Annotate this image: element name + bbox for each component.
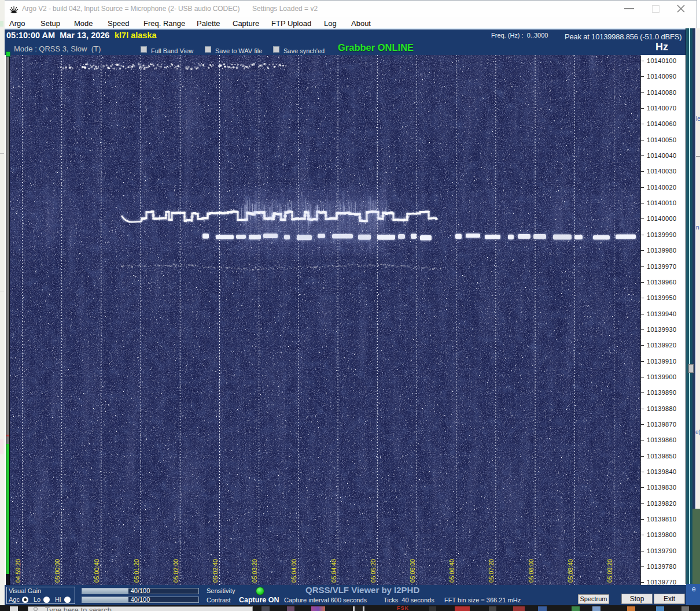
svg-text:05:01:20: 05:01:20	[133, 559, 140, 583]
svg-text:05:05:20: 05:05:20	[370, 559, 377, 583]
svg-text:05:09:20: 05:09:20	[606, 559, 613, 583]
svg-text:05:06:00: 05:06:00	[409, 559, 416, 583]
svg-text:05:07:20: 05:07:20	[488, 559, 495, 583]
svg-text:05:06:40: 05:06:40	[448, 559, 455, 583]
svg-text:05:00:40: 05:00:40	[93, 559, 100, 583]
svg-text:05:04:40: 05:04:40	[330, 559, 337, 583]
svg-text:04:59:20: 04:59:20	[14, 559, 21, 583]
svg-text:05:02:00: 05:02:00	[172, 559, 179, 583]
svg-text:05:08:40: 05:08:40	[567, 559, 574, 583]
svg-text:05:04:00: 05:04:00	[290, 559, 297, 583]
svg-text:05:00:00: 05:00:00	[54, 559, 61, 583]
svg-text:05:02:40: 05:02:40	[212, 559, 219, 583]
svg-text:05:08:00: 05:08:00	[528, 559, 535, 583]
svg-text:05:03:20: 05:03:20	[251, 559, 258, 583]
